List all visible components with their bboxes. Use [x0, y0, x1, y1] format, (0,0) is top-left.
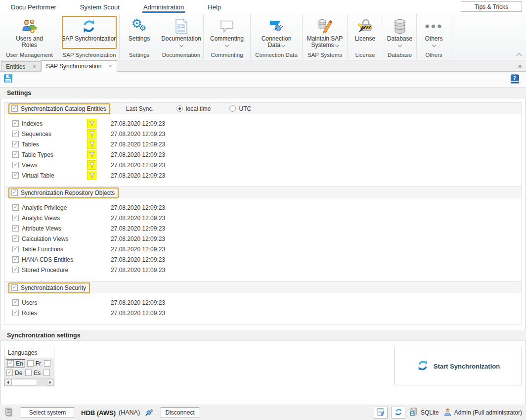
checkbox-repository-objects[interactable]	[11, 189, 18, 196]
scroll-left-icon[interactable]	[4, 379, 11, 386]
language-option-es[interactable]: Es	[25, 370, 41, 376]
list-item: Analytic Privilege 27.08.2020 12:09:23	[4, 202, 522, 213]
language-option-en[interactable]: En	[6, 360, 24, 368]
checkbox[interactable]	[12, 235, 19, 242]
language-option-clipped[interactable]	[44, 360, 50, 367]
connection-data-button[interactable]: Connection Data	[258, 16, 295, 48]
menu-docu-performer[interactable]: Docu Performer	[10, 1, 57, 13]
database-button[interactable]: Database	[387, 16, 412, 47]
documentation-button[interactable]: Documentation	[161, 16, 201, 47]
checkbox[interactable]	[12, 310, 19, 316]
checkbox[interactable]	[12, 267, 19, 273]
svg-text:✱: ✱	[357, 22, 361, 28]
ribbon-group-label: Others	[417, 51, 451, 60]
scroll-right-icon[interactable]	[47, 379, 54, 386]
select-system-button[interactable]: Select system	[21, 407, 74, 418]
scrollbar-thumb[interactable]	[11, 379, 37, 386]
chevron-down-icon	[281, 43, 285, 47]
checkbox[interactable]	[12, 162, 19, 168]
start-button-label: Start Synchronization	[434, 363, 500, 370]
filter-icon[interactable]	[87, 150, 96, 159]
refresh-button[interactable]	[392, 407, 405, 419]
user-icon	[443, 408, 452, 418]
others-button[interactable]: ●●● Others	[425, 16, 443, 47]
filter-icon[interactable]	[87, 140, 96, 149]
filter-icon[interactable]	[87, 129, 96, 139]
filter-icon[interactable]	[87, 171, 96, 180]
sync-icon	[417, 360, 429, 373]
checkbox[interactable]	[12, 215, 19, 221]
checkbox[interactable]	[12, 225, 19, 232]
radio-utc[interactable]: UTC	[229, 105, 251, 112]
checkbox[interactable]	[12, 131, 19, 137]
checkbox[interactable]	[12, 120, 19, 127]
user-label: Admin (Full administrator)	[454, 409, 522, 416]
checkbox[interactable]	[12, 172, 19, 179]
connection-data-icon	[269, 17, 284, 36]
checkbox[interactable]	[12, 246, 19, 252]
checkbox	[44, 360, 50, 367]
settings-panel: Synchronization Catalog Entities Last Sy…	[4, 102, 522, 325]
list-item: HANA CDS Entities 27.08.2020 12:09:23	[4, 254, 522, 265]
maintain-sap-systems-icon	[317, 17, 333, 36]
chevron-down-icon	[225, 43, 229, 47]
users-and-roles-button[interactable]: Users and Roles	[12, 16, 47, 48]
menu-help[interactable]: Help	[207, 1, 222, 13]
languages-scrollbar[interactable]	[4, 378, 54, 386]
checkbox-security[interactable]	[11, 284, 18, 291]
database-status: SQLite	[409, 407, 439, 418]
gears-icon: ⚙⚙	[131, 17, 147, 36]
close-icon[interactable]: ×	[32, 63, 36, 70]
checkbox[interactable]	[12, 141, 19, 147]
language-option-clipped[interactable]	[44, 370, 50, 376]
ribbon-button-label: Maintain SAP Systems	[302, 36, 348, 48]
checkbox[interactable]	[12, 299, 19, 306]
checkbox[interactable]	[12, 151, 19, 158]
section-header-security: Synchronization Security	[4, 281, 522, 293]
ribbon-collapse-icon[interactable]	[516, 53, 522, 58]
list-item: Sequences 27.08.2020 12:09:23	[4, 129, 522, 139]
radio-local-time[interactable]: local time	[176, 105, 211, 112]
tab-sap-synchronization[interactable]: SAP Synchronization ×	[41, 60, 117, 72]
list-item: Users 27.08.2020 12:09:23	[4, 297, 522, 308]
sap-synchronization-button[interactable]: SAP Synchronization	[61, 16, 117, 42]
language-option-fr[interactable]: Fr	[27, 360, 41, 367]
close-icon[interactable]: ×	[108, 63, 112, 69]
list-item: Analytic Views 27.08.2020 12:09:23	[4, 213, 522, 223]
language-option-de[interactable]: De	[6, 370, 22, 376]
tab-entities[interactable]: Entities ×	[1, 61, 41, 71]
ribbon-group-label: License	[348, 51, 383, 60]
commenting-button[interactable]: Commenting	[210, 16, 244, 47]
ribbon-group-label: User Management	[0, 51, 59, 60]
disconnect-button[interactable]: Disconnect	[161, 407, 199, 418]
checkbox[interactable]	[12, 256, 19, 263]
checkbox[interactable]	[12, 204, 19, 211]
license-button[interactable]: ✱ License	[355, 16, 375, 42]
start-synchronization-button[interactable]: Start Synchronization	[394, 347, 522, 385]
help-button[interactable]: ?	[510, 74, 520, 85]
checkbox-catalog-entities[interactable]	[11, 105, 18, 112]
list-item: Table Types 27.08.2020 12:09:23	[4, 149, 522, 160]
menu-administration[interactable]: Administration	[142, 1, 185, 13]
tab-label: Entities	[6, 63, 25, 70]
radio-icon	[176, 105, 183, 112]
report-button[interactable]	[374, 407, 388, 419]
close-icon[interactable]: ×	[518, 62, 522, 70]
settings-button[interactable]: ⚙⚙ Settings	[129, 16, 150, 42]
checkbox	[7, 360, 14, 367]
license-icon: ✱	[357, 17, 373, 36]
ribbon-group-license: ✱ License License	[348, 14, 383, 60]
save-button[interactable]	[3, 74, 13, 85]
ribbon-button-label: SAP Synchronization	[61, 36, 117, 42]
database-icon	[393, 17, 407, 36]
section-header-catalog-entities: Synchronization Catalog Entities Last Sy…	[4, 102, 522, 114]
checkbox	[6, 370, 13, 376]
maintain-sap-systems-button[interactable]: Maintain SAP Systems	[302, 16, 348, 48]
ribbon-group-connection-data: Connection Data Connection Data	[251, 14, 303, 60]
filter-icon[interactable]	[87, 160, 96, 170]
menu-system-scout[interactable]: System Scout	[79, 1, 121, 13]
server-icon	[4, 407, 14, 419]
document-edit-icon	[377, 408, 385, 418]
filter-icon[interactable]	[87, 119, 96, 128]
tips-and-tricks-button[interactable]: Tips & Tricks	[461, 1, 522, 12]
